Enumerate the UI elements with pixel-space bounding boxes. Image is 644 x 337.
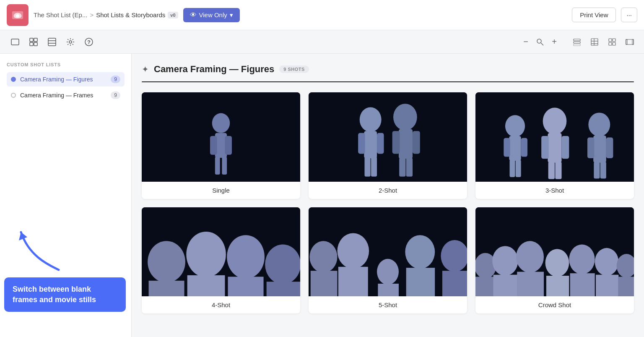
- sidebar-item-frames[interactable]: Camera Framing — Frames 9: [7, 88, 125, 102]
- view-toggle-group: [569, 34, 637, 50]
- svg-rect-39: [364, 131, 377, 158]
- svg-point-98: [569, 244, 595, 274]
- table-view-icon: [590, 38, 599, 46]
- shot-label-single: Single: [142, 182, 300, 199]
- svg-rect-60: [562, 136, 569, 159]
- shot-image-3shot: [475, 92, 634, 182]
- shot-label-5shot: 5-Shot: [309, 296, 467, 313]
- svg-point-31: [212, 113, 230, 133]
- svg-rect-27: [626, 39, 627, 44]
- svg-rect-53: [504, 138, 510, 157]
- svg-rect-41: [377, 133, 384, 154]
- svg-rect-99: [570, 273, 595, 297]
- help-button[interactable]: ?: [80, 34, 97, 50]
- view-only-button[interactable]: 👁 View Only ▾: [183, 8, 240, 22]
- five-figure-svg: [309, 207, 467, 297]
- sidebar-item-count-frames: 9: [111, 91, 120, 99]
- svg-point-92: [492, 246, 518, 276]
- svg-rect-97: [546, 276, 569, 297]
- two-figure-svg: [309, 92, 467, 182]
- chevron-down-icon: ▾: [230, 11, 233, 19]
- svg-rect-101: [596, 274, 618, 296]
- svg-point-70: [148, 241, 185, 282]
- svg-point-57: [543, 108, 567, 135]
- help-icon: ?: [84, 37, 93, 47]
- zoom-out-button[interactable]: −: [519, 35, 532, 49]
- svg-point-51: [505, 115, 525, 137]
- arrow-icon: [17, 228, 67, 274]
- zoom-icon: [536, 38, 544, 46]
- svg-rect-84: [378, 284, 399, 297]
- shot-card-5shot[interactable]: 5-Shot: [309, 207, 467, 314]
- table-view-button[interactable]: [587, 34, 602, 50]
- sidebar-item-label-figures: Camera Framing — Figures: [20, 76, 111, 83]
- zoom-in-button[interactable]: +: [548, 35, 561, 49]
- project-title: The Shot List (Ep...: [34, 11, 87, 18]
- breadcrumb: The Shot List (Ep... > Shot Lists & Stor…: [34, 11, 178, 18]
- film-view-button[interactable]: [622, 34, 637, 50]
- svg-rect-24: [609, 42, 612, 45]
- tooltip-box: Switch between blank frames and movie st…: [4, 277, 126, 312]
- content-header: ✦ Camera Framing — Figures 9 SHOTS: [142, 64, 634, 75]
- shot-label-4shot: 4-Shot: [142, 296, 300, 313]
- sidebar-item-count-figures: 9: [111, 76, 120, 83]
- content-area: ✦ Camera Framing — Figures 9 SHOTS: [132, 54, 644, 337]
- svg-rect-65: [587, 137, 595, 158]
- svg-rect-22: [609, 39, 612, 42]
- single-figure-svg: [142, 92, 300, 182]
- svg-rect-35: [215, 157, 220, 175]
- more-options-button[interactable]: ···: [621, 8, 637, 22]
- settings-button[interactable]: [62, 34, 79, 50]
- svg-rect-64: [593, 136, 606, 163]
- svg-rect-68: [600, 162, 606, 178]
- svg-point-13: [537, 39, 541, 43]
- panel-view-button[interactable]: [44, 34, 60, 50]
- breadcrumb-separator: >: [90, 11, 93, 18]
- shot-card-single[interactable]: Single: [142, 92, 300, 199]
- frame-view-button[interactable]: [7, 34, 23, 50]
- svg-rect-25: [613, 42, 615, 45]
- svg-point-100: [595, 248, 619, 275]
- svg-rect-56: [516, 160, 521, 177]
- sidebar-item-dot-frames: [11, 93, 16, 98]
- shots-badge: 9 SHOTS: [279, 65, 309, 73]
- frame-icon: [10, 37, 20, 47]
- svg-rect-3: [30, 38, 33, 42]
- svg-point-10: [69, 41, 72, 43]
- svg-rect-95: [517, 272, 544, 296]
- shot-card-2shot[interactable]: 2-Shot: [309, 92, 467, 199]
- shot-image-2shot: [309, 92, 467, 182]
- svg-rect-47: [413, 131, 420, 154]
- svg-rect-36: [222, 157, 227, 175]
- top-bar: The Shot List (Ep... > Shot Lists & Stor…: [0, 0, 644, 30]
- panel-icon: [47, 37, 57, 47]
- camera-framing-icon: ✦: [142, 64, 149, 74]
- shot-card-4shot[interactable]: 4-Shot: [142, 207, 300, 314]
- content-divider: [142, 81, 634, 82]
- svg-rect-59: [541, 136, 549, 159]
- tooltip-text: Switch between blank frames and movie st…: [13, 285, 96, 304]
- svg-rect-37: [309, 92, 467, 182]
- svg-rect-43: [371, 157, 377, 177]
- grid-view-button[interactable]: [25, 34, 42, 50]
- svg-rect-62: [555, 162, 561, 179]
- svg-rect-93: [493, 274, 518, 296]
- list-view-button[interactable]: [569, 34, 584, 50]
- svg-point-81: [338, 233, 369, 269]
- list-view-icon: [573, 38, 581, 46]
- svg-rect-103: [618, 277, 634, 296]
- sidebar-item-figures[interactable]: Camera Framing — Figures 9: [7, 72, 125, 86]
- shot-card-3shot[interactable]: 3-Shot: [475, 92, 634, 199]
- section-title: Shot Lists & Storyboards: [96, 11, 165, 18]
- grid-view-toggle-button[interactable]: [605, 34, 620, 50]
- four-figure-svg: [142, 207, 300, 297]
- svg-point-94: [516, 241, 544, 273]
- shot-image-single: [142, 92, 300, 182]
- svg-rect-80: [311, 271, 338, 296]
- view-only-label: View Only: [199, 11, 227, 18]
- print-view-button[interactable]: Print View: [572, 8, 616, 22]
- shot-image-crowd: [475, 207, 634, 297]
- svg-rect-6: [34, 42, 37, 46]
- shot-card-crowd[interactable]: Crowd Shot: [475, 207, 634, 314]
- content-title: Camera Framing — Figures: [154, 64, 274, 75]
